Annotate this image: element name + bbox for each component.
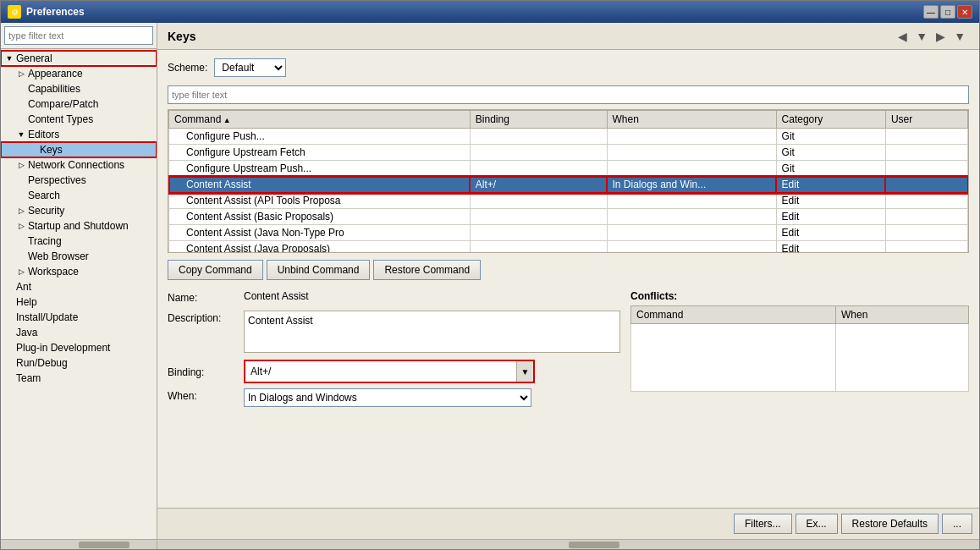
sidebar-scrollbar[interactable] [1,539,157,549]
sidebar-item-capabilities[interactable]: ▷ Capabilities [1,81,157,96]
sidebar-item-label: Security [28,205,64,217]
sidebar-item-label: Search [28,190,60,201]
sidebar-item-startup-shutdown[interactable]: ▷ Startup and Shutdown [1,218,157,234]
cell-when [607,145,776,161]
sidebar-filter-area [1,23,157,49]
keys-table: Command Binding When Category User Confi… [168,110,968,253]
sidebar-item-label: Appearance [28,68,83,80]
sidebar-item-search[interactable]: ▷ Search [1,188,157,203]
binding-input[interactable] [245,361,516,382]
scheme-select[interactable]: Default Emacs [214,58,286,77]
panel-scrollbar[interactable] [157,539,979,549]
restore-defaults-button[interactable]: Restore Defaults [841,514,939,534]
table-row[interactable]: Configure Upstream Push... Git [169,161,968,177]
sidebar: ▼ General ▷ Appearance ▷ Capabilities [1,23,157,549]
sidebar-item-tracing[interactable]: ▷ Tracing [1,234,157,249]
keys-table-container: Command Binding When Category User Confi… [168,109,969,253]
cell-binding [470,129,607,145]
when-select[interactable]: In Dialogs and Windows In Windows Editin… [244,388,531,407]
sidebar-item-label: Editors [28,129,59,140]
cell-command: Content Assist (Java Non-Type Pro [169,225,471,241]
col-when[interactable]: When [607,111,776,129]
apply-button[interactable]: ... [942,514,972,534]
sidebar-item-help[interactable]: ▷ Help [1,294,157,310]
expand-icon: ▷ [16,267,26,277]
panel-title: Keys [168,30,195,43]
sidebar-item-security[interactable]: ▷ Security [1,203,157,218]
cell-user [885,161,967,177]
sidebar-filter-input[interactable] [4,26,153,45]
close-button[interactable]: ✕ [957,5,972,19]
sidebar-item-team[interactable]: ▷ Team [1,371,157,386]
cell-command: Content Assist [169,177,471,193]
sidebar-item-label: Team [16,372,41,384]
conflicts-table: Command When [630,305,969,392]
sidebar-item-label: Startup and Shutdown [28,220,129,232]
sidebar-item-label: Java [16,327,37,338]
conflicts-col-command: Command [631,306,836,324]
table-row[interactable]: Content Assist (Basic Proposals) Edit [169,209,968,225]
desc-value: Content Assist [244,311,620,353]
filters-button[interactable]: Filters... [734,514,792,534]
sidebar-item-plugin-development[interactable]: ▷ Plug-in Development [1,340,157,355]
sidebar-item-label: Web Browser [28,250,89,262]
cell-user [885,241,967,254]
cell-user [885,225,967,241]
binding-input-wrap: ▼ [244,360,535,383]
sidebar-item-network-connections[interactable]: ▷ Network Connections [1,157,157,173]
nav-dropdown-button[interactable]: ▼ [912,28,931,45]
sidebar-item-label: Network Connections [28,159,124,171]
cell-binding [470,209,607,225]
col-category[interactable]: Category [776,111,885,129]
col-binding[interactable]: Binding [470,111,607,129]
bottom-bar: Filters... Ex... Restore Defaults ... [157,508,979,539]
sidebar-item-label: Ant [16,281,31,293]
binding-clear-button[interactable]: ▼ [516,361,533,382]
cell-category: Edit [776,225,885,241]
cell-command: Configure Upstream Push... [169,161,471,177]
sidebar-item-web-browser[interactable]: ▷ Web Browser [1,249,157,264]
table-row[interactable]: Configure Upstream Fetch Git [169,145,968,161]
expand-icon: ▷ [16,69,26,79]
sidebar-item-ant[interactable]: ▷ Ant [1,279,157,294]
sidebar-item-perspectives[interactable]: ▷ Perspectives [1,173,157,188]
cell-command: Content Assist (API Tools Proposa [169,193,471,209]
restore-command-button[interactable]: Restore Command [373,260,481,280]
sidebar-item-editors[interactable]: ▼ Editors [1,127,157,142]
sidebar-item-install-update[interactable]: ▷ Install/Update [1,310,157,325]
details-section: Name: Content Assist Description: Conten… [168,290,969,414]
cell-user [885,177,967,193]
sidebar-item-appearance[interactable]: ▷ Appearance [1,66,157,81]
export-button[interactable]: Ex... [796,514,838,534]
sidebar-item-content-types[interactable]: ▷ Content Types [1,112,157,127]
window-title: Preferences [26,6,85,18]
sidebar-item-java[interactable]: ▷ Java [1,325,157,340]
sidebar-item-compare-patch[interactable]: ▷ Compare/Patch [1,96,157,112]
minimize-button[interactable]: — [923,5,939,19]
keys-filter-input[interactable] [168,85,969,104]
maximize-button[interactable]: □ [940,5,955,19]
nav-back-button[interactable]: ◀ [895,28,911,45]
unbind-command-button[interactable]: Unbind Command [267,260,371,280]
table-row[interactable]: Content Assist (API Tools Proposa Edit [169,193,968,209]
cell-command: Configure Push... [169,129,471,145]
expand-icon: ▼ [16,129,26,140]
cell-category: Git [776,145,885,161]
nav-forward-button[interactable]: ▶ [933,28,949,45]
col-command[interactable]: Command [169,111,471,129]
table-row-content-assist[interactable]: Content Assist Alt+/ In Dialogs and Win.… [169,177,968,193]
sidebar-item-run-debug[interactable]: ▷ Run/Debug [1,355,157,371]
sidebar-item-workspace[interactable]: ▷ Workspace [1,264,157,279]
conflicts-cell-command [631,324,836,392]
cell-binding [470,225,607,241]
table-row[interactable]: Content Assist (Java Proposals) Edit [169,241,968,254]
nav-forward-dropdown-button[interactable]: ▼ [950,28,969,45]
table-row[interactable]: Content Assist (Java Non-Type Pro Edit [169,225,968,241]
sidebar-item-label: Perspectives [28,174,86,186]
col-user[interactable]: User [885,111,967,129]
sidebar-item-general[interactable]: ▼ General [1,51,157,66]
copy-command-button[interactable]: Copy Command [168,260,263,280]
name-label: Name: [168,290,244,304]
sidebar-item-keys[interactable]: ▷ Keys [1,142,157,157]
table-row[interactable]: Configure Push... Git [169,129,968,145]
